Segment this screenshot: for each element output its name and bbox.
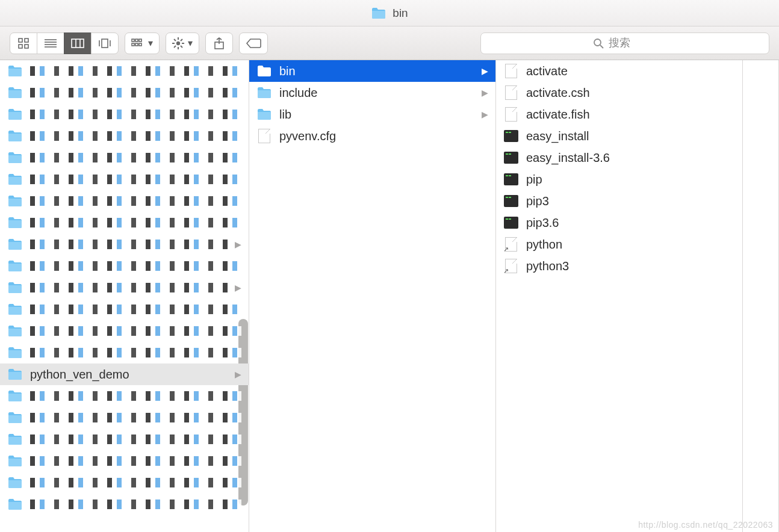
list-item[interactable]: python (496, 234, 742, 255)
svg-rect-3 (25, 45, 28, 48)
svg-rect-14 (132, 39, 134, 42)
action-button[interactable]: ▾ (166, 32, 199, 54)
sidebar-item[interactable]: ▶ (0, 277, 249, 298)
chevron-down-icon: ▾ (148, 37, 153, 49)
tags-button[interactable] (239, 32, 268, 54)
svg-rect-15 (135, 39, 138, 42)
arrange-button[interactable]: ▾ (125, 32, 160, 54)
svg-line-25 (174, 39, 176, 41)
folder-icon (7, 454, 23, 468)
list-item[interactable]: python3 (496, 255, 742, 277)
folder-icon (7, 86, 23, 99)
svg-rect-19 (139, 43, 141, 46)
sidebar-item[interactable] (0, 472, 249, 493)
sidebar-item[interactable] (0, 190, 249, 212)
sidebar-item-label (30, 435, 241, 444)
folder-icon (7, 476, 23, 489)
sidebar-item-label (30, 88, 241, 97)
folder-icon (7, 389, 23, 403)
file-icon (503, 64, 519, 78)
folder-icon (7, 108, 23, 121)
folder-icon (256, 86, 272, 99)
sidebar-item[interactable] (0, 385, 249, 407)
sidebar-item-label (30, 131, 241, 141)
sidebar-item[interactable]: ▶ (0, 234, 249, 255)
exec-icon (503, 151, 519, 164)
view-coverflow-button[interactable] (91, 32, 119, 54)
file-icon (503, 86, 519, 99)
sidebar-item[interactable] (0, 147, 249, 169)
sidebar-item[interactable] (0, 125, 249, 147)
titlebar: bin (0, 0, 779, 26)
list-item[interactable]: activate (496, 60, 742, 82)
sidebar-item[interactable]: python_ven_demo▶ (0, 363, 249, 385)
folder-icon (7, 194, 23, 208)
view-list-button[interactable] (37, 32, 64, 54)
svg-rect-0 (19, 39, 22, 42)
sidebar-item[interactable] (0, 104, 249, 125)
chevron-right-icon: ▶ (235, 283, 241, 292)
list-item-label: pyvenv.cfg (279, 129, 488, 143)
sidebar-item[interactable] (0, 169, 249, 190)
svg-line-31 (600, 45, 603, 48)
list-item-label: activate.fish (526, 108, 735, 122)
sidebar-item[interactable] (0, 493, 249, 515)
list-item-label: python (526, 238, 735, 252)
chevron-right-icon: ▶ (482, 88, 488, 97)
folder-icon (7, 64, 23, 78)
list-item[interactable]: lib▶ (249, 104, 495, 125)
list-item[interactable]: pip3.6 (496, 212, 742, 234)
list-item-label: easy_install-3.6 (526, 151, 735, 165)
list-item[interactable]: pip3 (496, 190, 742, 212)
sidebar-item[interactable] (0, 450, 249, 472)
chevron-down-icon: ▾ (188, 37, 193, 49)
list-item-label: bin (279, 64, 474, 78)
chevron-right-icon: ▶ (235, 370, 241, 379)
chevron-right-icon: ▶ (482, 110, 488, 119)
sidebar-item-label (30, 261, 241, 271)
sidebar-item[interactable] (0, 342, 249, 363)
column-2[interactable]: bin▶include▶lib▶pyvenv.cfg (249, 60, 496, 532)
folder-icon (256, 108, 272, 121)
svg-point-30 (594, 39, 601, 46)
sidebar-item[interactable] (0, 407, 249, 428)
sidebar-item[interactable] (0, 255, 249, 277)
sidebar-item[interactable] (0, 298, 249, 320)
list-item-label: easy_install (526, 129, 735, 143)
chevron-right-icon: ▶ (235, 240, 241, 249)
search-field[interactable] (480, 32, 769, 54)
sidebar-item[interactable] (0, 82, 249, 104)
view-icons-button[interactable] (10, 32, 37, 54)
svg-rect-1 (25, 39, 28, 42)
folder-icon (7, 129, 23, 143)
list-item[interactable]: activate.csh (496, 82, 742, 104)
sidebar-item[interactable] (0, 212, 249, 234)
list-item[interactable]: bin▶ (249, 60, 495, 82)
list-item[interactable]: activate.fish (496, 104, 742, 125)
list-item[interactable]: easy_install-3.6 (496, 147, 742, 169)
share-button[interactable] (205, 32, 233, 54)
view-columns-button[interactable] (64, 32, 92, 54)
list-item-label: activate (526, 64, 735, 78)
list-item[interactable]: pip (496, 169, 742, 190)
folder-icon (7, 324, 23, 338)
list-item[interactable]: easy_install (496, 125, 742, 147)
sidebar-item-label (30, 348, 241, 357)
folder-icon (7, 368, 23, 381)
exec-icon (503, 216, 519, 229)
column-1[interactable]: ▶▶python_ven_demo▶ (0, 60, 249, 532)
column-3[interactable]: activateactivate.cshactivate.fisheasy_in… (496, 60, 743, 532)
column-browser: ▶▶python_ven_demo▶ bin▶include▶lib▶pyven… (0, 60, 779, 532)
folder-icon (7, 498, 23, 511)
sidebar-item-label (30, 391, 241, 401)
list-item[interactable]: pyvenv.cfg (249, 125, 495, 147)
svg-line-27 (181, 39, 182, 41)
sidebar-item[interactable] (0, 60, 249, 82)
search-input[interactable] (609, 37, 657, 49)
sidebar-item-label (30, 456, 241, 466)
sidebar-item[interactable] (0, 320, 249, 342)
folder-icon (7, 433, 23, 446)
list-item[interactable]: include▶ (249, 82, 495, 104)
sidebar-item[interactable] (0, 428, 249, 450)
sidebar-item-label (30, 326, 241, 336)
